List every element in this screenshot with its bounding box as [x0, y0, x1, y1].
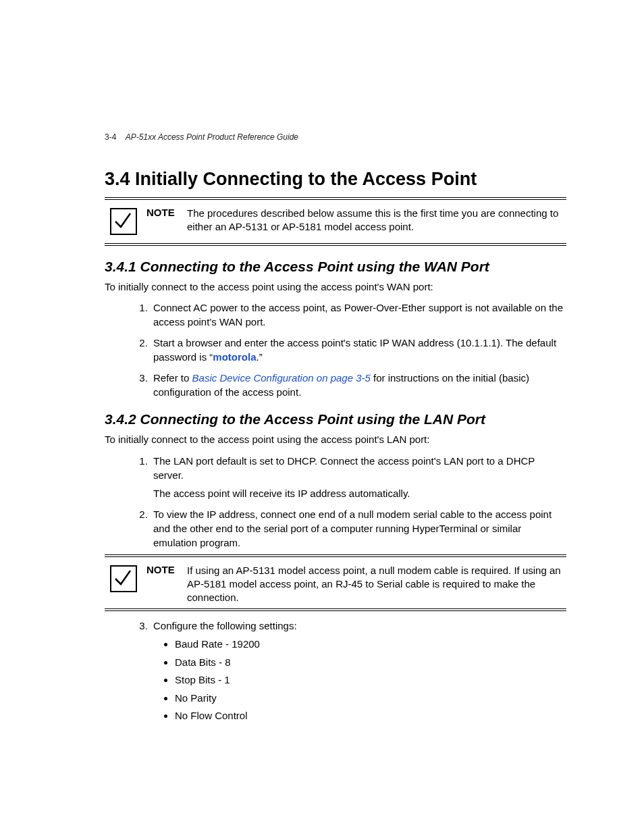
keyword-password: motorola [213, 351, 256, 363]
lan-steps-list: The LAN port default is set to DHCP. Con… [105, 454, 566, 550]
list-item: No Parity [175, 691, 566, 706]
list-item: Start a browser and enter the access poi… [151, 336, 566, 364]
lan-steps-list-cont: Configure the following settings: Baud R… [105, 619, 566, 724]
step-text: .” [257, 351, 263, 363]
step-text: To view the IP address, connect one end … [153, 509, 552, 548]
list-item: Stop Bits - 1 [175, 673, 566, 688]
note-text: The procedures described below assume th… [187, 207, 566, 234]
list-item: Configure the following settings: Baud R… [151, 619, 566, 724]
step-text: The access point will receive its IP add… [153, 486, 566, 500]
page: 3-4 AP-51xx Access Point Product Referen… [0, 0, 644, 834]
section-number: 3.4 [105, 169, 130, 189]
subsection-number: 3.4.1 [105, 259, 136, 274]
subsection-title: Connecting to the Access Point using the… [140, 411, 485, 427]
list-item: Baud Rate - 19200 [175, 637, 566, 652]
list-item: Data Bits - 8 [175, 655, 566, 671]
subsection-number: 3.4.2 [105, 411, 136, 427]
book-title: AP-51xx Access Point Product Reference G… [126, 132, 298, 142]
list-item: The LAN port default is set to DHCP. Con… [151, 454, 566, 500]
section-heading: 3.4 Initially Connecting to the Access P… [105, 169, 566, 190]
checkmark-icon [110, 208, 137, 235]
list-item: To view the IP address, connect one end … [151, 507, 566, 550]
crossref-link[interactable]: Basic Device Configuration on page 3-5 [192, 372, 371, 384]
subsection-heading: 3.4.1 Connecting to the Access Point usi… [105, 259, 566, 275]
note-text: If using an AP-5131 model access point, … [187, 564, 566, 605]
subsection-title: Connecting to the Access Point using the… [140, 259, 489, 274]
note-box: NOTE If using an AP-5131 model access po… [105, 556, 566, 610]
note-label: NOTE [146, 564, 178, 575]
note-box: NOTE The procedures described below assu… [105, 199, 566, 244]
subsection-heading: 3.4.2 Connecting to the Access Point usi… [105, 411, 566, 427]
content: 3.4 Initially Connecting to the Access P… [105, 169, 566, 724]
list-item: No Flow Control [175, 708, 566, 724]
list-item: Refer to Basic Device Configuration on p… [151, 371, 566, 399]
intro-paragraph: To initially connect to the access point… [105, 280, 566, 294]
page-number: 3-4 [105, 132, 116, 142]
note-label: NOTE [146, 207, 178, 218]
list-item: Connect AC power to the access point, as… [151, 301, 566, 329]
running-header: 3-4 AP-51xx Access Point Product Referen… [105, 132, 298, 142]
step-text: The LAN port default is set to DHCP. Con… [153, 455, 535, 481]
step-text: Configure the following settings: [153, 620, 297, 631]
intro-paragraph: To initially connect to the access point… [105, 433, 566, 446]
step-text: Connect AC power to the access point, as… [153, 302, 563, 328]
section-title: Initially Connecting to the Access Point [135, 169, 477, 189]
settings-list: Baud Rate - 19200 Data Bits - 8 Stop Bit… [153, 637, 566, 724]
wan-steps-list: Connect AC power to the access point, as… [105, 301, 566, 399]
checkmark-icon [110, 565, 137, 592]
step-text: Refer to [153, 372, 192, 384]
